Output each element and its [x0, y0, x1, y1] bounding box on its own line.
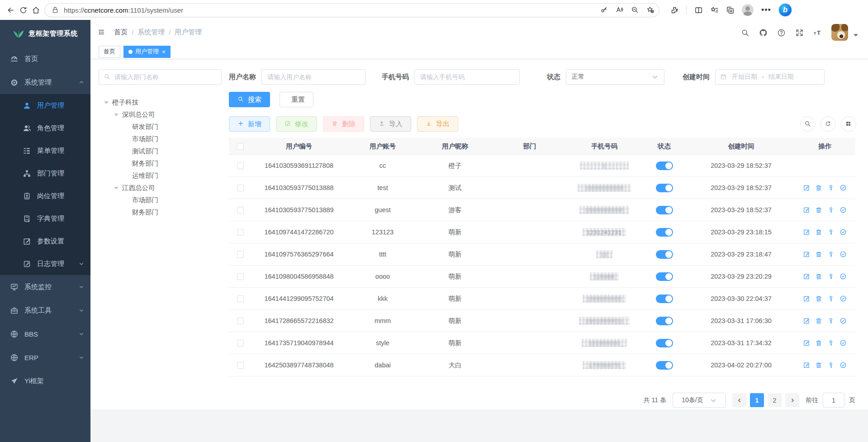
sidebar-item-部门管理[interactable]: 部门管理 [0, 162, 90, 185]
select-all-checkbox[interactable] [237, 143, 244, 150]
tree-expand-arrow-icon[interactable] [104, 101, 109, 104]
caret-down-icon[interactable] [854, 34, 858, 37]
date-range-picker[interactable]: 开始日期 - 结束日期 [715, 69, 825, 85]
sidebar-item-首页[interactable]: 首页 [0, 47, 90, 71]
import-button[interactable]: 导入 [370, 116, 411, 132]
status-toggle[interactable] [656, 250, 673, 259]
edit-action-icon[interactable] [803, 184, 810, 191]
edit-action-icon[interactable] [803, 273, 810, 280]
tree-node-江西总公司[interactable]: 江西总公司 [99, 182, 222, 194]
status-toggle[interactable] [656, 228, 673, 237]
edit-action-icon[interactable] [803, 228, 810, 236]
assign-role-action-icon[interactable] [840, 184, 847, 191]
tab-用户管理[interactable]: 用户管理× [123, 46, 171, 58]
row-checkbox[interactable] [237, 229, 244, 236]
search-icon[interactable] [741, 29, 748, 36]
status-toggle[interactable] [656, 162, 673, 170]
delete-action-icon[interactable] [815, 251, 822, 258]
delete-action-icon[interactable] [815, 361, 822, 369]
row-checkbox[interactable] [237, 340, 244, 347]
reset-password-action-icon[interactable] [827, 273, 835, 280]
status-toggle[interactable] [656, 184, 673, 192]
github-icon[interactable] [759, 29, 766, 36]
edit-action-icon[interactable] [803, 339, 810, 347]
delete-action-icon[interactable] [815, 184, 822, 191]
tree-node-测试部门[interactable]: 测试部门 [99, 145, 222, 157]
prev-page-button[interactable] [732, 393, 746, 407]
assign-role-action-icon[interactable] [840, 339, 847, 347]
row-checkbox[interactable] [237, 207, 244, 214]
reset-password-action-icon[interactable] [827, 317, 835, 324]
next-page-button[interactable] [785, 393, 799, 407]
search-button[interactable]: 搜索 [229, 92, 270, 107]
edit-action-icon[interactable] [803, 206, 810, 214]
assign-role-action-icon[interactable] [840, 251, 847, 258]
page-size-select[interactable]: 10条/页 [673, 393, 726, 408]
edit-action-icon[interactable] [803, 317, 810, 324]
tree-node-市场部门[interactable]: 市场部门 [99, 194, 222, 206]
sidebar-item-菜单管理[interactable]: 菜单管理 [0, 139, 90, 162]
row-checkbox[interactable] [237, 162, 244, 169]
reset-password-action-icon[interactable] [827, 184, 835, 191]
page-button-1[interactable]: 1 [750, 393, 764, 407]
read-aloud-icon[interactable] [616, 6, 624, 14]
add-button[interactable]: 新增 [229, 116, 270, 132]
app-logo[interactable]: 意框架管理系统 [0, 20, 90, 47]
reset-password-action-icon[interactable] [827, 361, 835, 369]
goto-page-input[interactable] [823, 393, 844, 408]
sidebar-item-用户管理[interactable]: 用户管理 [0, 94, 90, 117]
sidebar-item-字典管理[interactable]: 字典管理 [0, 207, 90, 230]
collapse-sidebar-icon[interactable] [98, 29, 105, 36]
tree-node-财务部门[interactable]: 财务部门 [99, 157, 222, 170]
department-search-input[interactable] [114, 73, 217, 81]
export-button[interactable]: 导出 [417, 116, 458, 132]
status-toggle[interactable] [656, 206, 673, 214]
tab-首页[interactable]: 首页 [99, 46, 120, 58]
close-tab-icon[interactable]: × [162, 48, 166, 55]
sidebar-item-参数设置[interactable]: 参数设置 [0, 230, 90, 252]
sidebar-item-角色管理[interactable]: 角色管理 [0, 117, 90, 139]
tree-node-运维部门[interactable]: 运维部门 [99, 170, 222, 182]
status-toggle[interactable] [656, 295, 673, 303]
department-search-box[interactable] [99, 69, 222, 85]
tree-node-橙子科技[interactable]: 橙子科技 [99, 96, 222, 109]
delete-action-icon[interactable] [815, 339, 822, 347]
tree-node-研发部门[interactable]: 研发部门 [99, 121, 222, 133]
assign-role-action-icon[interactable] [840, 228, 847, 236]
assign-role-action-icon[interactable] [840, 206, 847, 214]
reset-password-action-icon[interactable] [827, 339, 835, 347]
edit-action-icon[interactable] [803, 361, 810, 369]
back-icon[interactable] [6, 6, 14, 14]
table-columns-button[interactable] [841, 116, 856, 132]
tree-node-财务部门[interactable]: 财务部门 [99, 206, 222, 219]
browser-profile-avatar[interactable] [742, 4, 754, 16]
edit-button[interactable]: 修改 [276, 116, 317, 132]
delete-action-icon[interactable] [815, 273, 822, 280]
row-checkbox[interactable] [237, 251, 244, 258]
more-icon[interactable]: ••• [761, 5, 771, 15]
sidebar-item-Yi框架[interactable]: Yi框架 [0, 369, 90, 393]
favorite-add-icon[interactable] [646, 6, 655, 14]
favorites-icon[interactable] [710, 6, 718, 14]
edit-action-icon[interactable] [803, 251, 810, 258]
split-screen-icon[interactable] [694, 6, 702, 14]
edit-action-icon[interactable] [803, 295, 810, 302]
home-icon[interactable] [32, 6, 40, 14]
help-icon[interactable] [777, 29, 784, 36]
sidebar-item-系统管理[interactable]: 系统管理 [0, 71, 90, 94]
table-refresh-button[interactable] [821, 116, 836, 132]
sidebar-item-岗位管理[interactable]: 岗位管理 [0, 185, 90, 207]
delete-action-icon[interactable] [815, 228, 822, 236]
reset-password-action-icon[interactable] [827, 295, 835, 302]
row-checkbox[interactable] [237, 185, 244, 191]
reset-password-action-icon[interactable] [827, 251, 835, 258]
status-toggle[interactable] [656, 272, 673, 281]
copilot-icon[interactable]: b [779, 4, 792, 16]
reset-password-action-icon[interactable] [827, 228, 835, 236]
zoom-out-icon[interactable] [631, 6, 639, 14]
tree-node-深圳总公司[interactable]: 深圳总公司 [99, 109, 222, 121]
password-key-icon[interactable] [600, 6, 608, 14]
collections-icon[interactable] [726, 6, 734, 14]
row-checkbox[interactable] [237, 273, 244, 280]
refresh-page-icon[interactable] [19, 6, 27, 14]
